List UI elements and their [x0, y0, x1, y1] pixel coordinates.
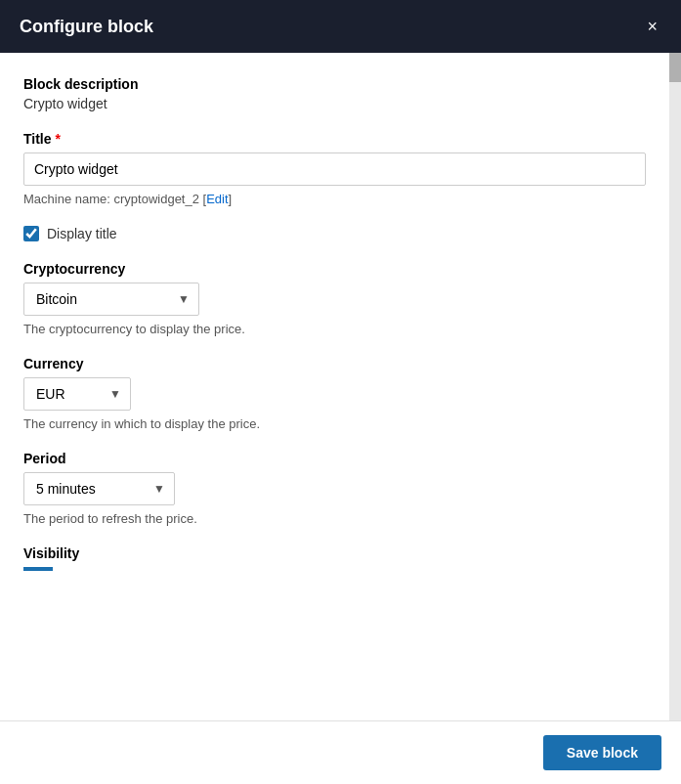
period-hint: The period to refresh the price. [23, 511, 646, 526]
period-select-wrapper: 5 minutes 10 minutes 30 minutes 1 hour ▼ [23, 472, 175, 505]
currency-select[interactable]: EUR USD GBP [23, 377, 131, 411]
title-input[interactable] [23, 152, 646, 186]
currency-group: Currency EUR USD GBP ▼ The currency in w… [23, 356, 646, 431]
close-button[interactable]: × [643, 16, 661, 37]
block-description-value: Crypto widget [23, 96, 646, 111]
visibility-bar [23, 567, 53, 571]
machine-name-edit-link[interactable]: Edit [206, 192, 228, 206]
visibility-label: Visibility [23, 545, 646, 561]
scrollbar-track[interactable]: ⌄ [669, 53, 681, 784]
cryptocurrency-hint: The cryptocurrency to display the price. [23, 322, 646, 336]
block-description-label: Block description [23, 76, 646, 92]
block-description-group: Block description Crypto widget [23, 76, 646, 111]
period-select[interactable]: 5 minutes 10 minutes 30 minutes 1 hour [23, 472, 175, 505]
display-title-label[interactable]: Display title [47, 226, 117, 241]
required-star: * [56, 131, 61, 147]
modal-title: Configure block [20, 17, 153, 37]
modal-footer: Save block [0, 720, 681, 784]
modal-body: Block description Crypto widget Title * … [0, 53, 681, 784]
cryptocurrency-group: Cryptocurrency Bitcoin Ethereum Litecoin… [23, 261, 646, 336]
display-title-row: Display title [23, 226, 646, 241]
cryptocurrency-label: Cryptocurrency [23, 261, 646, 277]
title-field-group: Title * Machine name: cryptowidget_2 [Ed… [23, 131, 646, 206]
cryptocurrency-select[interactable]: Bitcoin Ethereum Litecoin [23, 283, 199, 316]
scrollbar-thumb[interactable] [669, 53, 681, 82]
display-title-checkbox[interactable] [23, 226, 39, 241]
modal-header: Configure block × [0, 0, 681, 53]
currency-hint: The currency in which to display the pri… [23, 416, 646, 431]
period-group: Period 5 minutes 10 minutes 30 minutes 1… [23, 451, 646, 526]
title-label: Title * [23, 131, 646, 147]
visibility-group: Visibility [23, 545, 646, 571]
cryptocurrency-select-wrapper: Bitcoin Ethereum Litecoin ▼ [23, 283, 199, 316]
configure-block-modal: Configure block × ⌄ Block description Cr… [0, 0, 681, 784]
save-block-button[interactable]: Save block [543, 735, 661, 770]
currency-select-wrapper: EUR USD GBP ▼ [23, 377, 131, 411]
currency-label: Currency [23, 356, 646, 371]
machine-name: Machine name: cryptowidget_2 [Edit] [23, 192, 646, 206]
period-label: Period [23, 451, 646, 466]
